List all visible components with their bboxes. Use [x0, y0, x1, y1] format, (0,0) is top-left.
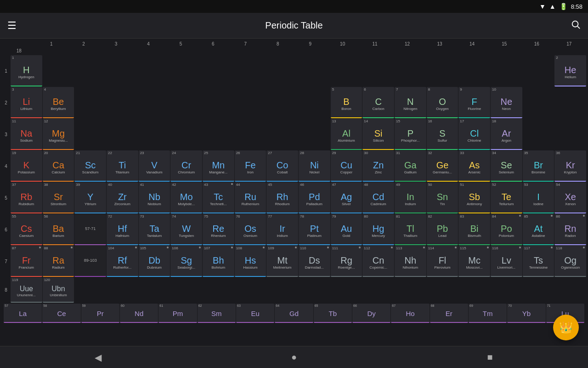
element-Zr[interactable]: 40 Zr Zirconium — [107, 182, 138, 213]
element-Rg[interactable]: 111 Rg Roentge... — [331, 246, 362, 277]
element-Ts[interactable]: 117 Ts Tennessine — [523, 246, 554, 277]
element-Fl[interactable]: 114 Fl Flerovium — [427, 246, 458, 277]
element-Tm[interactable]: 69 Tm — [469, 304, 507, 323]
element-Nh[interactable]: 113 Nh Nihonium — [395, 246, 426, 277]
element-C[interactable]: 6 C Carbon — [362, 87, 394, 118]
element-Ta[interactable]: 73 Ta Tantalum — [139, 214, 170, 245]
element-Cd[interactable]: 48 Cd Cadmium — [362, 182, 394, 213]
element-Y[interactable]: 39 Y Yttrium — [74, 182, 106, 213]
element-Nb[interactable]: 41 Nb Niobium — [139, 182, 170, 213]
element-Rh[interactable]: 45 Rh Rhodium — [266, 182, 298, 213]
element-Ds[interactable]: 110 Ds Darmstad... — [299, 246, 330, 277]
element-Ag[interactable]: 47 Ag Silver — [331, 182, 362, 213]
element-Dy[interactable]: 66 Dy — [352, 304, 390, 323]
element-Mg[interactable]: 12 Mg Magnesiu... — [43, 119, 74, 150]
element-Zn[interactable]: 30 Zn Zinc — [362, 150, 394, 182]
element-Be[interactable]: 4 Be Beryllium — [43, 87, 74, 118]
element-Sm[interactable]: 62 Sm — [198, 304, 236, 323]
element-Ge[interactable]: 32 Ge Germaniu... — [427, 150, 458, 182]
element-Co[interactable]: 27 Co Cobalt — [266, 150, 298, 182]
element-Si[interactable]: 14 Si Silicon — [362, 119, 394, 150]
element-Mo[interactable]: 42 Mo Molybde... — [170, 182, 202, 213]
element-Ti[interactable]: 22 Ti Titanium — [107, 150, 138, 182]
element-Gd[interactable]: 64 Gd — [275, 304, 313, 323]
element-Ba[interactable]: 56 Ba Barium — [43, 214, 74, 245]
element-Re[interactable]: 75 Re Rhenium — [203, 214, 234, 245]
element-Bh[interactable]: 107 Bh Bohrium — [203, 246, 234, 277]
element-W[interactable]: 74 W Tungsten — [170, 214, 202, 245]
element-Rb[interactable]: 37 Rb Rubidium — [11, 182, 42, 213]
element-Br[interactable]: 35 Br Bromine — [523, 150, 554, 182]
element-Mc[interactable]: 115 Mc Moscovi... — [458, 246, 490, 277]
element-As[interactable]: 33 As Arsenic — [458, 150, 490, 182]
element-Au[interactable]: 79 Au Gold — [331, 214, 362, 245]
element-Rf[interactable]: 104 Rf Rutherfor... — [107, 246, 138, 277]
element-Yb[interactable]: 70 Yb — [507, 304, 545, 323]
element-Pr[interactable]: 59 Pr — [81, 304, 119, 323]
element-Ce[interactable]: 58 Ce — [42, 304, 80, 323]
element-Pd[interactable]: 46 Pd Palladium — [299, 182, 330, 213]
premium-fab[interactable]: 👑 — [553, 315, 579, 340]
element-La[interactable]: 57 La — [4, 304, 42, 323]
element-Ar[interactable]: 18 Ar Argon — [491, 119, 522, 150]
element-Al[interactable]: 13 Al Aluminium — [331, 119, 362, 150]
element-Se[interactable]: 34 Se Selenium — [491, 150, 522, 182]
element-Sb[interactable]: 51 Sb Antimony — [458, 182, 490, 213]
element-Ru[interactable]: 44 Ru Ruthenium — [235, 182, 266, 213]
element-Ubn[interactable]: 120 Ubn Unbinilium — [43, 277, 74, 303]
element-K[interactable]: 19 K Potassium — [11, 150, 42, 182]
element-Sc[interactable]: 21 Sc Scandium — [74, 150, 106, 182]
element-Ga[interactable]: 31 Ga Gallium — [395, 150, 426, 182]
element-Pm[interactable]: 61 Pm — [158, 304, 197, 323]
element-Os[interactable]: 76 Os Osmium — [235, 214, 266, 245]
element-Eu[interactable]: 63 Eu — [236, 304, 274, 323]
back-button[interactable]: ◀ — [87, 346, 109, 368]
element-Tc[interactable]: 43 Tc Techneti... — [203, 182, 234, 213]
element-Xe[interactable]: 54 Xe Xenon — [554, 182, 586, 213]
element-Ni[interactable]: 28 Ni Nickel — [299, 150, 330, 182]
element-N[interactable]: 7 N Nitrogen — [395, 87, 426, 118]
lanthanide-placeholder[interactable]: 57-71 — [74, 214, 106, 245]
element-Li[interactable]: 3 Li Lithium — [11, 87, 42, 118]
element-Ho[interactable]: 67 Ho — [391, 304, 429, 323]
element-O[interactable]: 8 O Oxygen — [427, 87, 458, 118]
search-icon[interactable] — [562, 19, 581, 32]
element-Hf[interactable]: 72 Hf Hafnium — [107, 214, 138, 245]
menu-icon[interactable]: ☰ — [7, 20, 26, 32]
element-I[interactable]: 53 I Iodine — [523, 182, 554, 213]
element-Mn[interactable]: 25 Mn Mangane... — [203, 150, 234, 182]
element-B[interactable]: 5 B Boron — [331, 87, 362, 118]
element-Fr[interactable]: 87 Fr Francium — [11, 246, 42, 277]
element-Tl[interactable]: 81 Tl Thallium — [395, 214, 426, 245]
element-Hs[interactable]: 108 Hs Hassium — [235, 246, 266, 277]
element-At[interactable]: 85 At Astatine — [523, 214, 554, 245]
element-Pb[interactable]: 82 Pb Lead — [427, 214, 458, 245]
recents-button[interactable]: ■ — [479, 346, 501, 368]
element-Mt[interactable]: 109 Mt Meitnerium — [266, 246, 298, 277]
element-Bi[interactable]: 83 Bi Bismuth — [458, 214, 490, 245]
home-button[interactable]: ● — [283, 346, 305, 368]
element-Cr[interactable]: 24 Cr Chromium — [170, 150, 202, 182]
element-Cs[interactable]: 55 Cs Caesium — [11, 214, 42, 245]
element-Og[interactable]: 118 Og Oganesson — [554, 246, 586, 277]
actinide-placeholder[interactable]: 89-103 — [74, 246, 106, 277]
element-Ir[interactable]: 77 Ir Iridium — [266, 214, 298, 245]
element-Ra[interactable]: 88 Ra Radium — [43, 246, 74, 277]
element-H[interactable]: 1 H Hydrogen — [11, 55, 42, 86]
element-Pt[interactable]: 78 Pt Platinum — [299, 214, 330, 245]
element-Er[interactable]: 68 Er — [430, 304, 468, 323]
element-Na[interactable]: 11 Na Sodium — [11, 119, 42, 150]
element-Fe[interactable]: 26 Fe Iron — [235, 150, 266, 182]
element-Sg[interactable]: 106 Sg Seaborgi... — [170, 246, 202, 277]
element-Uue[interactable]: 119 Uue Ununenni... — [11, 277, 42, 303]
element-Te[interactable]: 52 Te Tellurium — [491, 182, 522, 213]
element-V[interactable]: 23 V Vanadium — [139, 150, 170, 182]
element-Db[interactable]: 105 Db Dubnium — [139, 246, 170, 277]
element-Kr[interactable]: 36 Kr Krypton — [554, 150, 586, 182]
element-Cl[interactable]: 17 Cl Chlorine — [458, 119, 490, 150]
element-In[interactable]: 49 In Indium — [395, 182, 426, 213]
element-He[interactable]: 2 He Helium — [554, 55, 586, 86]
element-Tb[interactable]: 65 Tb — [314, 304, 352, 323]
element-Cu[interactable]: 29 Cu Copper — [331, 150, 362, 182]
element-Po[interactable]: 84 Po Polonium — [491, 214, 522, 245]
